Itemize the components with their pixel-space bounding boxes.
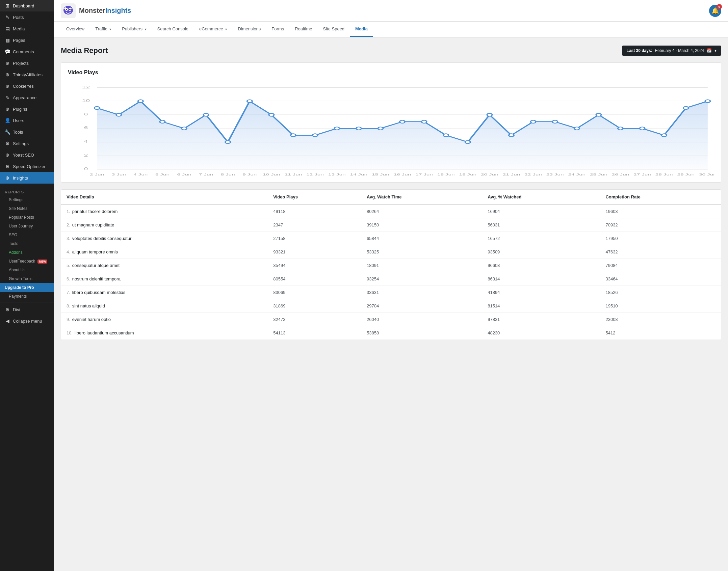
sidebar-label-users: Users: [13, 118, 24, 123]
svg-text:12: 12: [82, 85, 90, 89]
sidebar-item-plugins[interactable]: ⊕ Plugins: [0, 103, 54, 115]
dropdown-arrow-icon: ▾: [714, 48, 717, 53]
nav-bar: Overview Traffic ▾ Publishers ▾ Search C…: [54, 22, 728, 37]
cell-video-plays: 32473: [268, 313, 361, 326]
sidebar-item-insights[interactable]: ⊕ Insights: [0, 172, 54, 184]
svg-point-46: [596, 113, 601, 116]
tab-ecommerce[interactable]: eCommerce ▾: [194, 22, 232, 37]
sidebar-sub-tools[interactable]: Tools: [0, 239, 54, 248]
sidebar-sub-growth-tools[interactable]: Growth Tools: [0, 274, 54, 283]
svg-text:23 Jun: 23 Jun: [546, 172, 564, 175]
svg-text:7 Jun: 7 Jun: [199, 172, 213, 175]
sidebar-item-tools[interactable]: 🔧 Tools: [0, 126, 54, 138]
sidebar-item-speed[interactable]: ⊕ Speed Optimizer: [0, 161, 54, 172]
appearance-icon: ✎: [5, 95, 10, 100]
svg-text:8: 8: [84, 112, 88, 116]
chart-section: Video Plays 0 2 4 6 8 10 12: [61, 62, 721, 183]
dashboard-icon: ⊞: [5, 3, 10, 8]
video-details-table: Video Details Video Plays Avg. Watch Tim…: [61, 190, 721, 340]
cell-video-name: 4.aliquam tempore omnis: [61, 245, 268, 259]
tab-search-console[interactable]: Search Console: [152, 22, 194, 37]
sidebar-item-thirsty[interactable]: ⊕ ThirstyAffiliates: [0, 69, 54, 80]
sidebar-item-collapse[interactable]: ◀ Collapse menu: [0, 315, 54, 327]
svg-point-44: [552, 120, 557, 123]
sidebar-label-plugins: Plugins: [13, 107, 27, 112]
tab-overview[interactable]: Overview: [61, 22, 90, 37]
svg-text:4: 4: [84, 139, 88, 144]
table-row: 8.sint natus aliquid 31869 29704 81514 1…: [61, 299, 721, 313]
sidebar-item-dashboard[interactable]: ⊞ Dashboard: [0, 0, 54, 11]
plugins-icon: ⊕: [5, 106, 10, 112]
sidebar-item-pages[interactable]: ▦ Pages: [0, 34, 54, 46]
svg-point-50: [683, 107, 688, 110]
tab-site-speed[interactable]: Site Speed: [318, 22, 350, 37]
sidebar-sub-userfeedback[interactable]: UserFeedback NEW: [0, 257, 54, 266]
row-number: 6.: [67, 276, 70, 281]
cell-completion-rate: 18526: [600, 286, 721, 299]
publishers-arrow: ▾: [145, 27, 147, 31]
tab-traffic[interactable]: Traffic ▾: [90, 22, 116, 37]
sidebar-item-divi[interactable]: ⊕ Divi: [0, 304, 54, 315]
svg-point-24: [116, 113, 121, 116]
svg-text:22 Jun: 22 Jun: [524, 172, 542, 175]
speed-icon: ⊕: [5, 164, 10, 169]
svg-marker-22: [97, 101, 708, 169]
sidebar-sub-addons[interactable]: Addons: [0, 248, 54, 257]
sidebar-sub-seo[interactable]: SEO: [0, 230, 54, 239]
sidebar-upgrade-button[interactable]: Upgrade to Pro: [0, 283, 54, 292]
sidebar-sub-about-us[interactable]: About Us: [0, 266, 54, 274]
sidebar-sub-payments[interactable]: Payments: [0, 292, 54, 301]
sidebar-item-cookieyes[interactable]: ⊕ CookieYes: [0, 80, 54, 92]
tab-publishers[interactable]: Publishers ▾: [116, 22, 152, 37]
svg-point-41: [487, 113, 492, 116]
svg-point-49: [661, 134, 667, 137]
row-number: 8.: [67, 303, 70, 308]
sidebar-label-tools: Tools: [13, 130, 23, 135]
cell-completion-rate: 23008: [600, 313, 721, 326]
cell-completion-rate: 17950: [600, 232, 721, 245]
logo-blue: Insights: [105, 7, 131, 14]
table-row: 6.nostrum deleniti tempora 80554 93254 8…: [61, 272, 721, 286]
sidebar-label-insights: Insights: [13, 175, 28, 181]
page-title: Media Report: [61, 46, 108, 55]
userfeedback-label: UserFeedback: [9, 259, 35, 264]
svg-text:2: 2: [84, 153, 88, 158]
svg-text:6 Jun: 6 Jun: [177, 172, 191, 175]
cell-completion-rate: 79084: [600, 259, 721, 272]
logo-area: MonsterInsights: [61, 3, 131, 18]
svg-point-36: [378, 127, 383, 130]
settings-icon: ⚙: [5, 141, 10, 146]
sidebar-item-media[interactable]: ▤ Media: [0, 23, 54, 34]
svg-text:27 Jun: 27 Jun: [633, 172, 651, 175]
svg-text:11 Jun: 11 Jun: [285, 172, 302, 175]
tab-media[interactable]: Media: [350, 22, 373, 37]
sidebar-item-users[interactable]: 👤 Users: [0, 115, 54, 126]
svg-point-4: [66, 9, 67, 10]
tab-dimensions[interactable]: Dimensions: [232, 22, 266, 37]
sidebar-sub-settings[interactable]: Settings: [0, 195, 54, 204]
tab-realtime[interactable]: Realtime: [289, 22, 317, 37]
content-area: Media Report Last 30 days: February 4 - …: [54, 37, 728, 571]
sidebar-item-yoast[interactable]: ⊕ Yoast SEO: [0, 149, 54, 161]
date-range-button[interactable]: Last 30 days: February 4 - March 4, 2024…: [622, 46, 721, 56]
sidebar-sub-user-journey[interactable]: User Journey: [0, 222, 54, 230]
svg-point-39: [443, 134, 448, 137]
sidebar-item-posts[interactable]: ✎ Posts: [0, 11, 54, 23]
svg-text:10: 10: [82, 99, 90, 103]
sidebar-label-collapse: Collapse menu: [13, 319, 42, 324]
sidebar-item-appearance[interactable]: ✎ Appearance: [0, 92, 54, 103]
cell-avg-watch-time: 93254: [361, 272, 482, 286]
tab-forms[interactable]: Forms: [266, 22, 289, 37]
sidebar-sub-site-notes[interactable]: Site Notes: [0, 204, 54, 213]
cell-video-name: 10.libero laudantium accusantium: [61, 326, 268, 340]
sidebar-sub-popular-posts[interactable]: Popular Posts: [0, 213, 54, 222]
sidebar-item-comments[interactable]: 💬 Comments: [0, 46, 54, 57]
cell-video-name: 1.pariatur facere dolorem: [61, 205, 268, 218]
cookieyes-icon: ⊕: [5, 83, 10, 89]
sidebar-item-projects[interactable]: ⊕ Projects: [0, 57, 54, 69]
svg-point-32: [291, 134, 296, 137]
svg-text:24 Jun: 24 Jun: [568, 172, 586, 175]
svg-point-33: [312, 134, 317, 137]
notification-button[interactable]: 🔔 0: [709, 5, 721, 17]
sidebar-item-settings[interactable]: ⚙ Settings: [0, 138, 54, 149]
